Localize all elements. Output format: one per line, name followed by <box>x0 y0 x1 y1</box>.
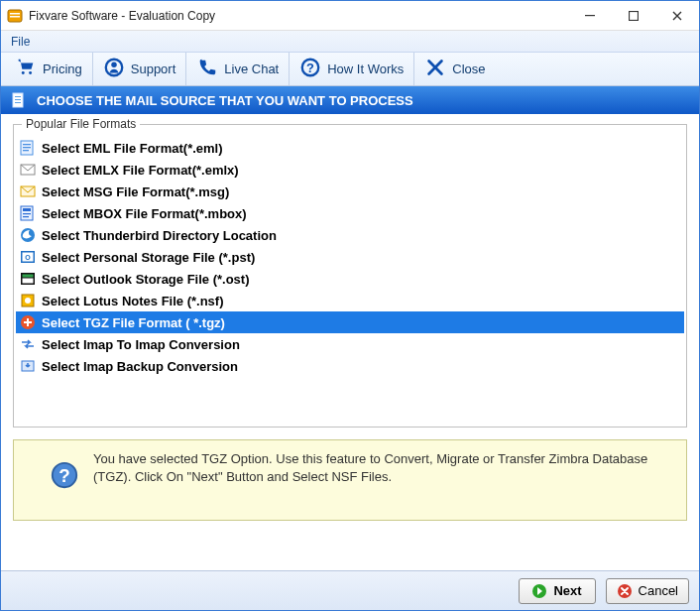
svg-text:O: O <box>25 254 31 261</box>
instruction-header: CHOOSE THE MAIL SOURCE THAT YOU WANT TO … <box>1 86 699 114</box>
svg-rect-12 <box>15 96 21 97</box>
format-icon: O <box>20 249 36 265</box>
app-icon <box>7 8 23 24</box>
svg-rect-22 <box>23 208 31 211</box>
svg-rect-13 <box>15 99 21 100</box>
toolbar-pricing[interactable]: Pricing <box>5 53 93 85</box>
svg-text:?: ? <box>58 465 69 486</box>
svg-point-5 <box>22 71 25 74</box>
toolbar-howitworks[interactable]: ? How It Works <box>290 53 414 85</box>
svg-rect-17 <box>23 147 31 148</box>
cancel-label: Cancel <box>639 583 678 598</box>
maximize-button[interactable] <box>612 1 655 31</box>
format-option[interactable]: Select Imap Backup Conversion <box>16 355 684 377</box>
format-label: Select MSG File Format(*.msg) <box>42 184 229 199</box>
format-icon <box>20 162 36 178</box>
format-label: Select EML File Format(*.eml) <box>42 141 223 156</box>
toolbar: Pricing Support Live Chat ? How It Works… <box>1 53 699 86</box>
toolbar-support[interactable]: Support <box>93 53 187 85</box>
next-button[interactable]: Next <box>519 578 596 604</box>
svg-rect-31 <box>23 279 34 284</box>
format-label: Select Personal Storage File (*.pst) <box>42 250 255 265</box>
format-list: Select EML File Format(*.eml)Select EMLX… <box>16 137 684 377</box>
toolbar-close-label: Close <box>452 61 485 76</box>
content-area: Popular File Formats Select EML File For… <box>1 114 699 570</box>
format-option[interactable]: Select EML File Format(*.eml) <box>16 137 684 159</box>
svg-text:?: ? <box>306 61 314 75</box>
format-icon <box>20 336 36 352</box>
minimize-button[interactable] <box>568 1 612 31</box>
format-label: Select Lotus Notes File (*.nsf) <box>42 294 223 308</box>
format-option[interactable]: Select EMLX File Format(*.emlx) <box>16 159 684 181</box>
titlebar: Fixvare Software - Evaluation Copy <box>1 1 699 31</box>
phone-icon <box>196 57 218 81</box>
format-icon <box>20 358 36 374</box>
close-icon <box>424 57 446 81</box>
format-option[interactable]: Select Lotus Notes File (*.nsf) <box>16 290 684 311</box>
file-formats-group: Popular File Formats Select EML File For… <box>13 124 687 428</box>
format-label: Select Thunderbird Directory Location <box>42 228 277 243</box>
toolbar-pricing-label: Pricing <box>43 61 82 76</box>
question-icon: ? <box>299 57 321 81</box>
format-option[interactable]: Select Outlook Storage File (*.ost) <box>16 268 684 290</box>
format-icon <box>20 271 36 287</box>
format-option[interactable]: Select MBOX File Format(*.mbox) <box>16 202 684 224</box>
format-icon <box>20 205 36 221</box>
svg-point-33 <box>25 298 31 304</box>
toolbar-livechat[interactable]: Live Chat <box>186 53 290 85</box>
window-controls <box>568 1 699 31</box>
toolbar-close[interactable]: Close <box>414 53 495 85</box>
format-icon <box>20 314 36 330</box>
format-option[interactable]: Select TGZ File Format ( *.tgz) <box>16 311 684 333</box>
format-label: Select Outlook Storage File (*.ost) <box>42 272 249 287</box>
format-option[interactable]: Select MSG File Format(*.msg) <box>16 181 684 202</box>
tip-text: You have selected TGZ Option. Use this f… <box>93 450 666 485</box>
format-label: Select Imap To Imap Conversion <box>42 337 240 352</box>
format-option[interactable]: OSelect Personal Storage File (*.pst) <box>16 246 684 268</box>
cancel-button[interactable]: Cancel <box>606 578 689 604</box>
close-window-button[interactable] <box>655 1 699 31</box>
svg-rect-4 <box>630 11 639 20</box>
svg-rect-23 <box>23 213 31 214</box>
footer: Next Cancel <box>1 570 699 610</box>
tip-panel: ? You have selected TGZ Option. Use this… <box>13 439 687 521</box>
format-label: Select EMLX File Format(*.emlx) <box>42 163 239 178</box>
format-icon <box>20 227 36 243</box>
svg-rect-1 <box>10 13 20 15</box>
svg-rect-30 <box>23 275 34 278</box>
toolbar-support-label: Support <box>131 61 176 76</box>
svg-rect-3 <box>585 15 595 16</box>
window-title: Fixvare Software - Evaluation Copy <box>29 9 215 23</box>
toolbar-livechat-label: Live Chat <box>224 61 279 76</box>
cart-icon <box>15 57 37 81</box>
group-title: Popular File Formats <box>22 117 140 131</box>
format-icon <box>20 183 36 199</box>
format-option[interactable]: Select Thunderbird Directory Location <box>16 224 684 246</box>
svg-point-8 <box>111 62 117 68</box>
next-label: Next <box>553 583 581 598</box>
format-icon <box>20 293 36 308</box>
format-icon <box>20 140 36 156</box>
svg-rect-14 <box>15 102 21 103</box>
svg-rect-24 <box>23 216 29 217</box>
menubar: File <box>1 31 699 53</box>
toolbar-howitworks-label: How It Works <box>327 61 404 76</box>
format-label: Select TGZ File Format ( *.tgz) <box>42 315 225 330</box>
document-icon <box>11 92 27 108</box>
cancel-icon <box>617 583 633 599</box>
menu-file[interactable]: File <box>1 32 40 52</box>
svg-rect-16 <box>23 144 31 145</box>
format-label: Select MBOX File Format(*.mbox) <box>42 206 247 221</box>
support-icon <box>103 57 125 81</box>
format-label: Select Imap Backup Conversion <box>42 359 238 374</box>
format-option[interactable]: Select Imap To Imap Conversion <box>16 333 684 355</box>
svg-rect-18 <box>23 150 29 151</box>
svg-rect-2 <box>10 16 20 18</box>
help-icon: ? <box>50 460 79 490</box>
instruction-text: CHOOSE THE MAIL SOURCE THAT YOU WANT TO … <box>37 93 413 108</box>
svg-point-6 <box>29 71 32 74</box>
next-arrow-icon <box>531 583 547 599</box>
